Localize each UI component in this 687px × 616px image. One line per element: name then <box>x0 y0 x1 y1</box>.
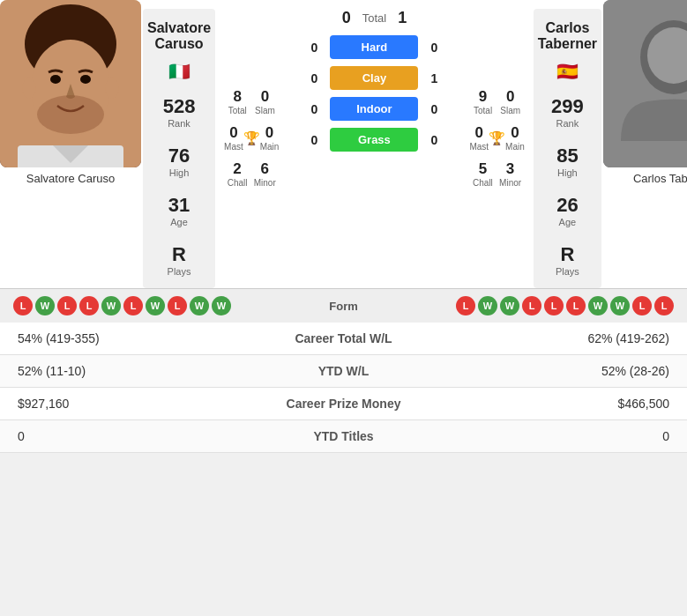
right-slam-label: Slam <box>500 106 520 115</box>
left-minor-value: 6 <box>254 160 276 178</box>
total-left-score: 0 <box>338 9 355 27</box>
left-player-photo <box>0 0 141 167</box>
left-rank-value: 528 <box>147 95 211 118</box>
middle-section: 0 Total 1 0 Hard 0 0 Clay 1 0 Indoor 0 <box>286 0 462 164</box>
right-age-block: 26 Age <box>538 185 597 234</box>
right-chall-label: Chall <box>473 178 493 188</box>
form-badge-left: W <box>101 296 121 315</box>
stat-left-value: 52% (11-10) <box>0 355 209 388</box>
left-player-name-header: Salvatore Caruso <box>147 13 211 59</box>
hard-right-score: 0 <box>425 41 443 55</box>
left-trophy-icon: 🏆 <box>243 130 260 146</box>
hard-button: Hard <box>330 35 418 59</box>
right-chall-value: 5 <box>473 160 493 178</box>
left-plays-block: R Plays <box>147 234 211 284</box>
right-slam-stat: 0 Slam <box>500 88 520 115</box>
form-badge-left: L <box>13 296 33 315</box>
form-badge-left: W <box>146 296 165 315</box>
svg-point-6 <box>22 78 36 99</box>
left-slam-label: Slam <box>255 106 275 115</box>
right-total-value: 9 <box>474 88 492 106</box>
right-mast-stat: 0 Mast <box>469 124 489 152</box>
right-stats-panel: Carlos Taberner 🇪🇸 299 Rank 85 High 26 A… <box>534 9 601 288</box>
right-rank-label: Rank <box>538 118 597 129</box>
total-right-score: 1 <box>393 9 411 27</box>
indoor-left-score: 0 <box>305 102 323 116</box>
stats-table: 54% (419-355)Career Total W/L62% (419-26… <box>0 323 687 453</box>
hard-row: 0 Hard 0 <box>290 35 458 59</box>
left-high-block: 76 High <box>147 136 211 185</box>
form-badge-left: L <box>57 296 77 315</box>
left-chall-label: Chall <box>228 178 248 188</box>
left-chall-minor: 2 Chall 6 Minor <box>217 156 286 192</box>
left-main-stat: 0 Main <box>260 124 280 152</box>
right-player-photo-area: Carlos Taberner <box>603 0 687 185</box>
right-trophy-row: 0 Mast 🏆 0 Main <box>462 120 531 156</box>
form-row: LWLLWLWLWW Form LWWLLLWWLL <box>0 288 687 323</box>
right-player-name-label: Carlos Taberner <box>633 172 687 185</box>
left-rank-block: 528 Rank <box>147 86 211 136</box>
comparison-section: Salvatore Caruso Salvatore Caruso 🇮🇹 528… <box>0 0 687 288</box>
grass-right-score: 0 <box>425 133 443 147</box>
right-mini-stats: 9 Total 0 Slam 0 Mast 🏆 0 Main <box>462 9 531 192</box>
left-age-block: 31 Age <box>147 185 211 234</box>
form-badge-left: L <box>79 296 99 315</box>
left-rank-label: Rank <box>147 118 211 129</box>
svg-point-5 <box>37 95 104 134</box>
grass-left-score: 0 <box>305 133 323 147</box>
stats-row: $927,160Career Prize Money$466,500 <box>0 388 687 420</box>
stat-left-value: 0 <box>0 420 209 453</box>
stat-center-label: Career Prize Money <box>209 388 477 420</box>
left-player-photo-area: Salvatore Caruso <box>0 0 141 185</box>
stat-right-value: 62% (419-262) <box>478 323 687 355</box>
left-minor-stat: 6 Minor <box>254 160 276 188</box>
right-high-block: 85 High <box>538 136 597 185</box>
left-high-label: High <box>147 167 211 178</box>
form-badge-left: L <box>168 296 187 315</box>
right-main-label: Main <box>505 142 525 152</box>
svg-point-3 <box>50 75 61 84</box>
form-badge-right: L <box>654 296 674 315</box>
form-label: Form <box>317 300 370 313</box>
form-badge-left: L <box>123 296 143 315</box>
right-high-value: 85 <box>538 145 597 167</box>
form-badge-left: W <box>212 296 231 315</box>
right-age-label: Age <box>538 217 597 227</box>
right-player-photo <box>603 0 687 167</box>
left-total-slam: 8 Total 0 Slam <box>217 84 286 120</box>
left-main-label: Main <box>260 142 280 152</box>
left-main-value: 0 <box>260 124 280 142</box>
stat-center-label: YTD W/L <box>209 355 477 388</box>
left-total-stat: 8 Total <box>228 88 247 115</box>
form-badge-right: L <box>522 296 541 315</box>
right-main-stat: 0 Main <box>505 124 525 152</box>
stat-left-value: 54% (419-355) <box>0 323 209 355</box>
right-age-value: 26 <box>538 194 597 217</box>
stat-left-value: $927,160 <box>0 388 209 420</box>
left-mast-stat: 0 Mast <box>224 124 243 152</box>
right-mast-value: 0 <box>469 124 489 142</box>
right-main-value: 0 <box>505 124 525 142</box>
right-minor-stat: 3 Minor <box>499 160 521 188</box>
left-age-value: 31 <box>147 194 211 217</box>
indoor-button: Indoor <box>330 97 418 121</box>
right-trophy-icon: 🏆 <box>489 130 505 146</box>
left-mini-stats: 8 Total 0 Slam 0 Mast 🏆 0 Main <box>217 9 286 192</box>
form-badge-right: L <box>456 296 475 315</box>
left-total-label: Total <box>228 106 247 115</box>
stats-row: 54% (419-355)Career Total W/L62% (419-26… <box>0 323 687 355</box>
clay-left-score: 0 <box>305 71 323 85</box>
form-badge-right: L <box>544 296 564 315</box>
form-badge-right: L <box>632 296 652 315</box>
stats-row: 0YTD Titles0 <box>0 420 687 453</box>
left-chall-value: 2 <box>228 160 248 178</box>
stats-row: 52% (11-10)YTD W/L52% (28-26) <box>0 355 687 388</box>
right-plays-block: R Plays <box>538 234 597 284</box>
main-container: Salvatore Caruso Salvatore Caruso 🇮🇹 528… <box>0 0 687 453</box>
right-flag: 🇪🇸 <box>556 61 579 82</box>
right-high-label: High <box>538 167 597 178</box>
left-slam-value: 0 <box>255 88 275 106</box>
grass-row: 0 Grass 0 <box>290 128 458 152</box>
form-badge-right: W <box>588 296 608 315</box>
left-stats-panel: Salvatore Caruso 🇮🇹 528 Rank 76 High 31 … <box>143 9 215 288</box>
